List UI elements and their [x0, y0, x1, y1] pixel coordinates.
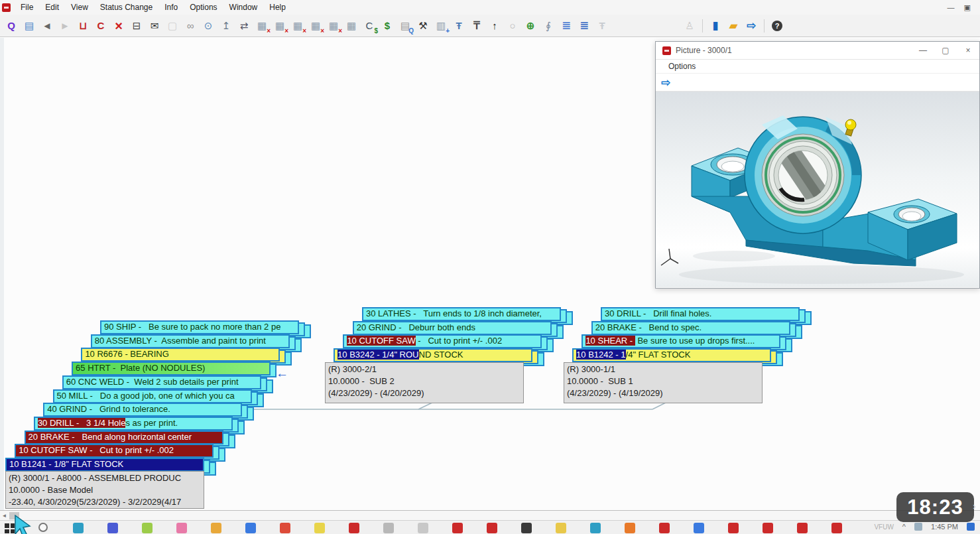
globe-icon[interactable]: ⊙	[201, 19, 215, 33]
notification-icon[interactable]	[967, 523, 975, 531]
list-icon-2[interactable]: ≣	[577, 19, 591, 33]
grid-remove-icon-1[interactable]: ▦×	[255, 19, 269, 33]
package-icon[interactable]: ⊕	[523, 19, 538, 33]
menu-item-view[interactable]: View	[65, 1, 94, 14]
hammer-icon[interactable]: ₸	[469, 19, 484, 33]
operation-card[interactable]: 10 CUTOFF SAW - Cut to print +/- .002	[15, 444, 214, 458]
operation-card[interactable]: 10 B1242 - 1/4" FLAT STOCK	[572, 348, 771, 362]
undo-icon[interactable]: C	[93, 19, 108, 33]
operation-card[interactable]: 30 DRILL - 3 1/4 Holes as per print.	[34, 417, 233, 431]
part-info-card[interactable]: (R) 3000-1/110.0000 - SUB 1(4/23/2029) -…	[564, 362, 763, 403]
print-icon[interactable]: ⊟	[129, 19, 144, 33]
tray-icon[interactable]	[914, 523, 922, 531]
open-record-icon[interactable]: ▤	[22, 19, 36, 33]
taskbar-app-gray-1[interactable]	[383, 523, 394, 533]
taskbar-app-red-4[interactable]	[659, 523, 670, 533]
dollar-icon[interactable]: $	[380, 19, 395, 33]
pin-icon[interactable]: ↥	[219, 19, 233, 33]
picture-options-menu[interactable]: Options	[662, 60, 702, 73]
search-icon[interactable]: Q	[4, 19, 19, 33]
doc-preview-icon[interactable]: ▤Q	[398, 19, 412, 33]
taskbar-app-browser[interactable]	[280, 523, 290, 533]
operation-card[interactable]: 10 CUTOFF SAW - Cut to print +/- .002	[343, 334, 542, 348]
taskbar-app-teal[interactable]	[73, 523, 84, 533]
taskbar-app-red-7[interactable]	[797, 523, 808, 533]
taskbar-app-folder[interactable]	[556, 523, 566, 533]
taskbar-app-red-1[interactable]	[349, 523, 359, 533]
operation-card[interactable]: 50 MILL - Do a good job, one of which yo…	[53, 389, 252, 403]
taskbar-app-yellow[interactable]	[314, 523, 325, 533]
open-folder-icon[interactable]: ▰	[726, 19, 741, 33]
taskbar-app-orange-v[interactable]	[625, 523, 635, 533]
taskbar-app-teal-gear[interactable]	[590, 523, 601, 533]
operation-card[interactable]: 20 GRIND - Deburr both ends	[353, 321, 552, 335]
grid-remove-icon-4[interactable]: ▦×	[308, 19, 323, 33]
tray-clock[interactable]: 1:45 PM	[931, 523, 958, 531]
tray-chevron-icon[interactable]: ^	[902, 523, 906, 531]
operation-card[interactable]: 20 BRAKE - Bend to spec.	[591, 321, 790, 335]
circle-icon[interactable]: ○	[505, 19, 520, 33]
new-doc-icon[interactable]: ▮	[708, 19, 723, 33]
menu-item-edit[interactable]: Edit	[39, 1, 65, 14]
taskbar-app-blue-2[interactable]	[694, 523, 704, 533]
menu-item-help[interactable]: Help	[263, 1, 292, 14]
taskbar-search[interactable]	[38, 523, 48, 532]
table-icon[interactable]: ▦	[344, 19, 359, 33]
taskbar-app-red-2[interactable]	[452, 523, 463, 533]
menu-item-window[interactable]: Window	[223, 1, 264, 14]
exit-icon[interactable]: ⇨	[744, 19, 759, 33]
restore-button[interactable]: ▣	[964, 3, 971, 12]
link-icon[interactable]: ∞	[183, 19, 198, 33]
taskbar-app-blue-v[interactable]	[107, 523, 118, 533]
picture-maximize-button[interactable]: ▢	[934, 46, 957, 55]
operation-card[interactable]: 40 GRIND - Grind to tolerance.	[43, 403, 242, 417]
list-icon-1[interactable]: ≣	[559, 19, 574, 33]
taskbar-app-dark[interactable]	[521, 523, 532, 533]
picture-close-button[interactable]: ×	[957, 46, 979, 55]
tools-icon[interactable]: ⚒	[416, 19, 430, 33]
chart-add-icon[interactable]: ▥+	[434, 19, 448, 33]
taskbar-app-red-3[interactable]	[487, 523, 497, 533]
filter-icon[interactable]: Ŧ	[452, 19, 466, 33]
cancel-icon[interactable]: ×	[111, 19, 126, 33]
operation-card[interactable]: 10 R6676 - BEARING	[81, 348, 280, 362]
operation-card[interactable]: 60 CNC WELD - Weld 2 sub details per pri…	[62, 375, 261, 389]
operation-card[interactable]: 10 B1241 - 1/8" FLAT STOCK	[5, 458, 204, 472]
horizontal-scrollbar[interactable]: ◄	[0, 510, 980, 520]
taskbar-app-green[interactable]	[142, 523, 153, 533]
delete-icon[interactable]: ⊔	[76, 19, 90, 33]
scrollbar-left-button[interactable]: ◄	[0, 511, 9, 521]
export-picture-icon[interactable]: ⇨	[661, 76, 670, 90]
menu-item-file[interactable]: File	[15, 1, 39, 14]
menu-item-info[interactable]: Info	[158, 1, 184, 14]
taskbar-app-red-5[interactable]	[728, 523, 739, 533]
menu-item-status-change[interactable]: Status Change	[94, 1, 158, 14]
part-info-card[interactable]: (R) 3000-2/110.0000 - SUB 2(4/23/2029) -…	[325, 362, 524, 403]
operation-card[interactable]: 10 B3242 - 1/4" ROUND STOCK	[334, 348, 532, 362]
grid-remove-icon-2[interactable]: ▦×	[273, 19, 287, 33]
paperclip-icon[interactable]: ∮	[541, 19, 556, 33]
taskbar-app-orange[interactable]	[211, 523, 221, 533]
user-dim-icon[interactable]: ♙	[682, 19, 697, 33]
grid-remove-icon-3[interactable]: ▦×	[290, 19, 305, 33]
grid-remove-icon-5[interactable]: ▦×	[326, 19, 341, 33]
operation-card[interactable]: 80 ASSEMBLY - Assemble and paint to prin…	[91, 334, 290, 348]
arrow-up-icon[interactable]: ↑	[487, 19, 502, 33]
taskbar-app-gray-2[interactable]	[418, 523, 428, 533]
operation-card[interactable]: 90 SHIP - Be sure to pack no more than 2…	[100, 320, 299, 334]
back-icon[interactable]: ◄	[40, 19, 54, 33]
taskbar-app-red-8[interactable]	[831, 523, 842, 533]
help-icon[interactable]: ?	[770, 19, 784, 33]
cost-icon[interactable]: C$	[362, 19, 377, 33]
minimize-button[interactable]: —	[948, 3, 955, 11]
picture-minimize-button[interactable]: —	[912, 46, 934, 55]
operation-card[interactable]: 65 HTRT - Plate (NO NODULES)	[72, 362, 271, 375]
part-info-card[interactable]: (R) 3000/1 - A8000 - ASSEMBLED PRODUC10.…	[5, 471, 204, 509]
email-icon[interactable]: ✉	[147, 19, 162, 33]
picture-window-titlebar[interactable]: Picture - 3000/1 — ▢ ×	[656, 42, 979, 60]
menu-item-options[interactable]: Options	[184, 1, 223, 14]
operation-card[interactable]: 30 LATHES - Turn ends to 1/8 inch diamet…	[362, 307, 561, 321]
filter-dim-icon[interactable]: Ŧ	[595, 19, 609, 33]
forward-icon[interactable]: ►	[58, 19, 72, 33]
taskbar-app-pink[interactable]	[176, 523, 187, 533]
